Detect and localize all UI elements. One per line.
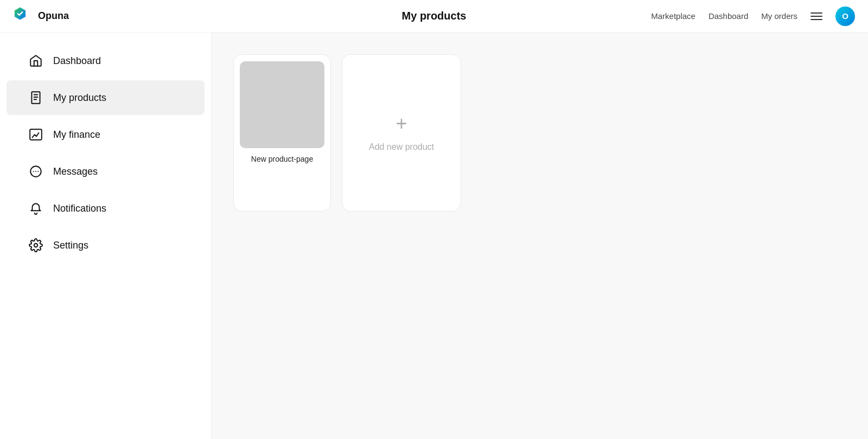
- sidebar-item-dashboard[interactable]: Dashboard: [7, 43, 205, 78]
- add-product-card[interactable]: + Add new product: [342, 54, 461, 212]
- product-thumbnail: [240, 61, 324, 148]
- products-icon: [28, 90, 43, 105]
- home-icon: [28, 53, 43, 68]
- products-grid: New product-page + Add new product: [233, 54, 846, 212]
- header: Opuna My products Marketplace Dashboard …: [0, 0, 868, 33]
- sidebar: Dashboard My products My finance: [0, 33, 212, 439]
- avatar-letter: O: [842, 11, 848, 21]
- header-right: Marketplace Dashboard My orders O: [651, 7, 855, 26]
- sidebar-item-my-products[interactable]: My products: [7, 80, 205, 115]
- avatar[interactable]: O: [835, 7, 855, 26]
- nav-my-orders[interactable]: My orders: [761, 11, 797, 21]
- logo-icon[interactable]: [13, 7, 33, 26]
- sidebar-label-my-products: My products: [53, 92, 106, 104]
- messages-icon: [28, 164, 43, 179]
- sidebar-item-notifications[interactable]: Notifications: [7, 191, 205, 226]
- sidebar-label-settings: Settings: [53, 240, 88, 251]
- plus-icon: +: [395, 114, 407, 133]
- header-left: Opuna: [13, 7, 69, 26]
- sidebar-label-notifications: Notifications: [53, 203, 106, 214]
- finance-icon: [28, 127, 43, 142]
- product-name: New product-page: [240, 155, 324, 163]
- sidebar-item-messages[interactable]: Messages: [7, 154, 205, 189]
- settings-icon: [28, 238, 43, 253]
- layout: Dashboard My products My finance: [0, 33, 868, 439]
- add-product-label: Add new product: [369, 142, 434, 152]
- svg-rect-0: [31, 92, 40, 104]
- page-title: My products: [402, 10, 467, 22]
- hamburger-menu-icon[interactable]: [810, 12, 822, 20]
- nav-marketplace[interactable]: Marketplace: [651, 11, 695, 21]
- sidebar-label-my-finance: My finance: [53, 129, 100, 141]
- header-center: My products: [402, 10, 467, 22]
- sidebar-item-my-finance[interactable]: My finance: [7, 117, 205, 152]
- nav-dashboard[interactable]: Dashboard: [709, 11, 748, 21]
- sidebar-label-messages: Messages: [53, 166, 98, 177]
- sidebar-item-settings[interactable]: Settings: [7, 228, 205, 263]
- main-content: New product-page + Add new product: [212, 33, 868, 439]
- sidebar-label-dashboard: Dashboard: [53, 55, 101, 67]
- brand-name: Opuna: [38, 10, 69, 22]
- svg-point-3: [34, 244, 38, 247]
- product-card[interactable]: New product-page: [233, 54, 331, 212]
- notifications-icon: [28, 201, 43, 216]
- svg-rect-1: [30, 129, 42, 140]
